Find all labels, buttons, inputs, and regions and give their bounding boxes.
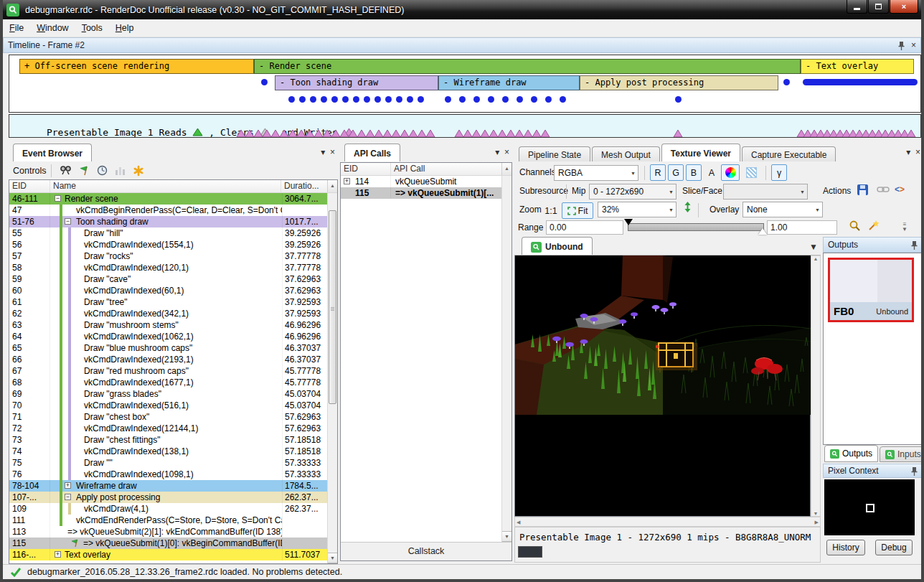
tab-unbound-texture[interactable]: Unbound xyxy=(522,237,593,255)
event-row[interactable]: 47vkCmdBeginRenderPass(C=Clear, D=Clear,… xyxy=(9,205,329,216)
event-dot[interactable] xyxy=(261,79,268,85)
menu-help[interactable]: Help xyxy=(109,20,141,36)
event-dot[interactable] xyxy=(783,79,790,85)
api-calls-close-icon[interactable]: × xyxy=(504,147,509,157)
event-dot[interactable] xyxy=(396,96,402,103)
time-durations-clock-icon[interactable] xyxy=(97,165,108,176)
usage-triangle-cluster[interactable] xyxy=(796,128,913,138)
event-dot[interactable] xyxy=(353,96,359,103)
gamma-toggle[interactable]: γ xyxy=(771,164,787,181)
timeline-marker-bar[interactable]: - Toon shading draw xyxy=(275,75,438,90)
pin-icon[interactable] xyxy=(910,240,918,250)
overlay-select[interactable]: None▼ xyxy=(742,202,823,217)
flip-y-icon[interactable] xyxy=(684,201,692,215)
expand-icon[interactable]: + xyxy=(55,551,61,558)
api-calls-scrollbar[interactable]: ▼ xyxy=(501,176,512,542)
event-dot[interactable] xyxy=(385,96,392,103)
event-row[interactable]: 74vkCmdDrawIndexed(138,1)57.18518 xyxy=(9,446,329,457)
event-row[interactable]: 116-...+Text overlay511.7037 xyxy=(9,549,329,560)
alpha-checker-toggle[interactable] xyxy=(742,164,760,181)
maximize-button[interactable] xyxy=(868,0,889,14)
event-dot[interactable] xyxy=(321,96,327,103)
channel-red-toggle[interactable]: R xyxy=(650,164,666,181)
range-wand-icon[interactable] xyxy=(867,220,880,234)
viewport-vscrollbar[interactable]: ▲ ▼ xyxy=(811,255,821,517)
event-dot[interactable] xyxy=(364,96,370,103)
collapse-icon[interactable]: − xyxy=(55,195,61,202)
tab-api-calls[interactable]: API Calls xyxy=(344,144,400,161)
event-dot[interactable] xyxy=(445,96,451,103)
tab-pipeline-state[interactable]: Pipeline State xyxy=(519,146,590,161)
event-row[interactable]: 111vkCmdEndRenderPass(C=Store, D=Store, … xyxy=(9,515,329,526)
viewport-hscrollbar[interactable]: ◀ ▶ xyxy=(514,517,821,527)
expand-icon[interactable]: + xyxy=(344,178,350,184)
zoom-1to1-button[interactable]: 1:1 xyxy=(543,202,559,219)
event-row[interactable]: 56vkCmdDrawIndexed(1554,1)39.25926 xyxy=(9,239,329,250)
range-max-input[interactable]: 1.00 xyxy=(767,220,837,235)
range-min-input[interactable]: 0.00 xyxy=(546,220,623,235)
dock-menu-icon[interactable]: ▾ xyxy=(495,147,499,157)
color-wheel-toggle[interactable] xyxy=(721,164,740,181)
event-row[interactable]: 107-...−Apply post processing262.37... xyxy=(9,492,329,503)
scroll-up-button[interactable]: ▲ xyxy=(501,163,512,175)
timeline-track[interactable]: + Off-screen scene rendering- Render sce… xyxy=(9,55,921,113)
link-texture-icon[interactable] xyxy=(877,184,890,197)
expand-icon[interactable]: + xyxy=(65,482,71,489)
timeline-close-icon[interactable]: × xyxy=(911,40,916,50)
callstack-bar[interactable]: Callstack xyxy=(341,542,512,560)
zoom-level-select[interactable]: 32%▼ xyxy=(598,202,676,217)
minimize-button[interactable] xyxy=(847,0,867,14)
event-dot[interactable] xyxy=(407,96,413,103)
zoom-fit-button[interactable]: Fit xyxy=(562,202,593,219)
pin-icon[interactable] xyxy=(897,41,905,50)
event-row[interactable]: 46-111−Render scene3064.7... xyxy=(9,193,329,205)
channels-select[interactable]: RGBA▼ xyxy=(554,165,638,181)
fb0-thumbnail[interactable]: FB0 Unbound xyxy=(828,258,914,322)
tab-outputs[interactable]: Outputs xyxy=(824,445,878,462)
tab-mesh-output[interactable]: Mesh Output xyxy=(592,146,660,161)
event-dot[interactable] xyxy=(502,96,509,103)
event-dot[interactable] xyxy=(418,96,424,103)
pixel-context-view[interactable] xyxy=(824,479,915,535)
timeline-marker-bar[interactable]: - Render scene xyxy=(254,59,801,74)
event-row[interactable]: 71Draw "chest box"57.62963 xyxy=(9,411,329,423)
debug-button[interactable]: Debug xyxy=(875,540,913,555)
usage-triangle-cluster[interactable] xyxy=(454,128,549,138)
event-row[interactable]: 61Draw "tree"37.92593 xyxy=(9,296,329,308)
event-browser-close-icon[interactable]: × xyxy=(330,147,335,157)
tab-capture-executable[interactable]: Capture Executable xyxy=(742,146,836,161)
bookmark-asterisk-icon[interactable] xyxy=(133,165,144,177)
tab-inputs[interactable]: Inputs xyxy=(880,446,924,462)
scroll-left-button[interactable]: ◀ xyxy=(517,517,520,527)
event-row[interactable]: 70vkCmdDrawIndexed(516,1)45.03704 xyxy=(9,400,329,411)
event-dot[interactable] xyxy=(459,96,466,103)
range-white-point-handle[interactable] xyxy=(758,228,767,235)
event-row[interactable]: 72vkCmdDrawIndexed(12144,1)57.62963 xyxy=(9,423,329,434)
api-call-row[interactable]: +114vkQueueSubmit xyxy=(341,176,501,187)
range-black-point-handle[interactable] xyxy=(624,219,633,225)
event-dot[interactable] xyxy=(342,96,349,103)
event-row[interactable]: 62vkCmdDrawIndexed(342,1)37.92593 xyxy=(9,308,329,319)
scroll-down-button[interactable]: ▼ xyxy=(328,553,338,563)
tab-texture-viewer[interactable]: Texture Viewer xyxy=(661,144,740,161)
event-dot[interactable] xyxy=(374,96,381,103)
menu-window[interactable]: Window xyxy=(30,20,75,36)
event-browser-scrollbar[interactable]: ▼ xyxy=(327,193,337,563)
find-event-icon[interactable] xyxy=(60,165,72,176)
api-call-row[interactable]: 115=> vkQueueSubmit(1)[... xyxy=(341,187,501,199)
dock-menu-icon[interactable]: ▾ xyxy=(906,147,910,157)
save-texture-icon[interactable] xyxy=(857,184,869,198)
scroll-down-button[interactable]: ▼ xyxy=(502,531,512,542)
collapse-icon[interactable]: − xyxy=(65,494,71,500)
channel-alpha-toggle[interactable]: A xyxy=(704,164,720,181)
usage-triangle-cluster[interactable] xyxy=(236,128,434,138)
usage-triangle-cluster[interactable] xyxy=(673,128,682,138)
event-dot[interactable] xyxy=(545,96,552,103)
scroll-down-button[interactable]: ▼ xyxy=(811,511,820,516)
texture-tab-dropdown-icon[interactable]: ▼ xyxy=(809,242,818,252)
texture-viewport[interactable] xyxy=(514,255,811,517)
event-dot[interactable] xyxy=(560,96,566,103)
event-row[interactable]: 113=> vkQueueSubmit(2)[1]: vkEndCommandB… xyxy=(9,526,329,538)
event-row[interactable]: 60vkCmdDrawIndexed(60,1)37.62963 xyxy=(9,285,329,296)
event-row[interactable]: 66vkCmdDrawIndexed(2193,1)46.37037 xyxy=(9,354,329,365)
